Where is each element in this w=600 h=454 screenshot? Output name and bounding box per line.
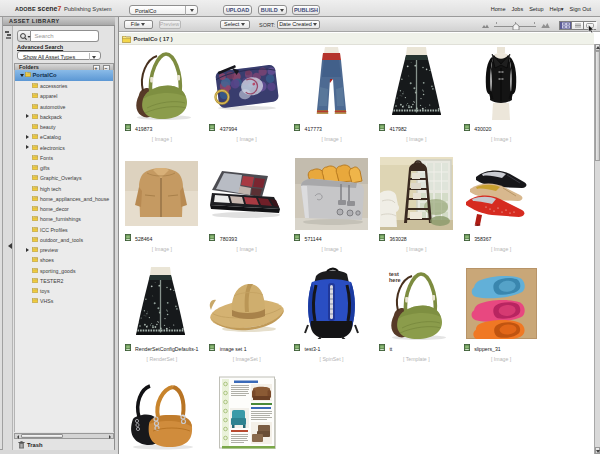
svg-text:here: here <box>389 277 401 283</box>
